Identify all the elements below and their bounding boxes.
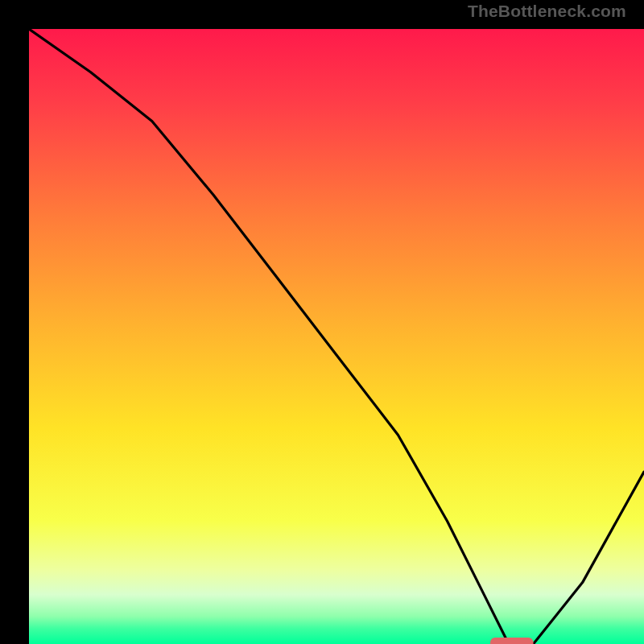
bottleneck-chart [29,29,644,644]
gradient-background [29,29,644,644]
plot-area [29,29,644,644]
chart-frame [0,0,644,644]
watermark-text: TheBottleneck.com [468,2,626,21]
optimal-marker [490,638,534,644]
